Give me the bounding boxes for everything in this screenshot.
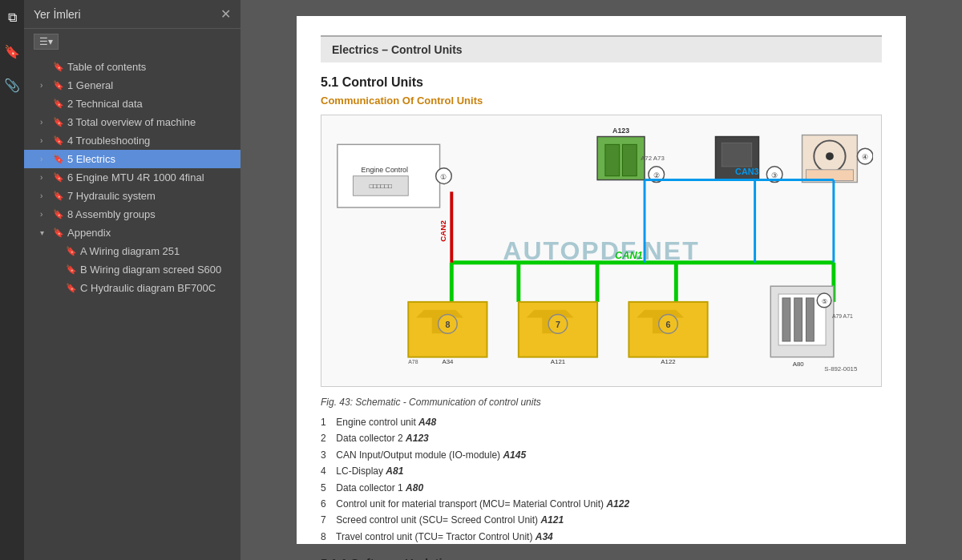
paperclip-icon[interactable]: 📎 [2,75,22,95]
sidebar-item-label: B Wiring diagram screed S600 [80,264,234,276]
page: Electrics – Control Units 5.1 Control Un… [297,16,906,544]
svg-point-19 [826,152,834,160]
sidebar-item-label: 6 Engine MTU 4R 1000 4final [67,171,234,183]
sidebar: Yer İmleri ✕ ☰▾ 🔖 Table of contents › 🔖 … [24,0,240,560]
sidebar-item-appendix[interactable]: ▾ 🔖 Appendix [24,224,240,242]
svg-text:7: 7 [556,320,560,329]
svg-text:⑤: ⑤ [822,298,827,305]
legend-item-8: 8 Travel control unit (TCU= Tractor Cont… [321,529,882,545]
chevron-down-icon: ▾ [40,228,51,237]
sidebar-item-hydraulicC[interactable]: 🔖 C Hydraulic diagram BF700C [24,279,240,297]
legend-item-5: 5 Data collector 1 A80 [321,480,882,496]
sidebar-item-technical[interactable]: 🔖 2 Technical data [24,95,240,113]
svg-text:Engine Control: Engine Control [362,166,408,174]
sidebar-item-label: 2 Technical data [67,98,234,110]
bookmark-icon: 🔖 [53,172,64,183]
svg-text:A122: A122 [661,358,675,365]
svg-rect-6 [597,137,645,180]
close-button[interactable]: ✕ [220,6,231,22]
svg-text:④: ④ [862,153,868,161]
sidebar-item-wiring251[interactable]: 🔖 A Wiring diagram 251 [24,242,240,260]
section-title-2: 5.1.1 Software Updating [321,556,882,560]
svg-rect-56 [782,298,790,341]
sidebar-item-electrics[interactable]: › 🔖 5 Electrics [24,150,240,168]
svg-text:6: 6 [666,320,671,329]
sidebar-item-assembly[interactable]: › 🔖 8 Assembly groups [24,205,240,224]
view-mode-button[interactable]: ☰▾ [34,34,59,50]
svg-rect-57 [794,298,802,341]
chevron-icon: › [40,191,51,200]
bookmark-icon: 🔖 [53,191,64,201]
svg-text:CAN2: CAN2 [439,220,447,242]
chevron-icon: › [40,118,51,127]
bookmark-icon: 🔖 [66,246,77,256]
svg-rect-58 [806,298,814,341]
legend-item-3: 3 CAN Input/Output module (IO-module) A1… [321,447,882,463]
sidebar-header: Yer İmleri ✕ [24,0,240,29]
sidebar-item-hydraulic[interactable]: › 🔖 7 Hydraulic system [24,187,240,205]
svg-text:A123: A123 [612,127,629,135]
layers-icon[interactable]: ⧉ [2,8,22,27]
sidebar-item-general[interactable]: › 🔖 1 General [24,76,240,95]
svg-text:A34: A34 [442,358,454,365]
fig-caption: Fig. 43: Schematic - Communication of co… [321,397,882,408]
sidebar-item-overview[interactable]: › 🔖 3 Total overview of machine [24,113,240,131]
section-title: 5.1 Control Units [321,75,882,90]
svg-text:8: 8 [445,320,450,329]
legend-item-7: 7 Screed control unit (SCU= Screed Contr… [321,512,882,528]
page-header: Electrics – Control Units [321,35,882,62]
svg-text:A79 A71: A79 A71 [832,313,853,319]
svg-text:②: ② [653,171,660,179]
svg-text:①: ① [440,173,447,181]
sidebar-item-toc[interactable]: 🔖 Table of contents [24,58,240,76]
bookmark-icon: 🔖 [53,117,64,127]
can-diagram-svg: Engine Control □□□□□□ ① A123 A72 A73 ② ③ [329,123,873,378]
svg-rect-14 [722,143,751,166]
bookmark-panel-icon[interactable]: 🔖 [2,42,22,61]
sidebar-item-label: 1 General [67,79,234,91]
svg-text:A121: A121 [551,358,565,365]
sidebar-item-troubleshooting[interactable]: › 🔖 4 Troubleshooting [24,131,240,150]
section-subtitle: Communication Of Control Units [321,95,882,107]
sidebar-item-label: 7 Hydraulic system [67,190,234,202]
svg-text:A80: A80 [793,361,805,368]
legend-item-1: 1 Engine control unit A48 [321,414,882,430]
sidebar-item-label: Table of contents [67,61,234,73]
sidebar-item-label: 8 Assembly groups [67,208,234,220]
chevron-icon: › [40,136,51,145]
svg-text:A72 A73: A72 A73 [641,155,665,162]
sidebar-item-engine[interactable]: › 🔖 6 Engine MTU 4R 1000 4final [24,168,240,187]
sidebar-item-label: 5 Electrics [67,153,234,165]
svg-text:S-892-0015: S-892-0015 [824,365,858,373]
legend-list: 1 Engine control unit A48 2 Data collect… [321,414,882,545]
sidebar-toolbar: ☰▾ [24,29,240,54]
bookmark-icon: 🔖 [66,283,77,293]
bookmark-icon: 🔖 [53,99,64,109]
svg-text:□□□□□□: □□□□□□ [370,183,393,190]
sidebar-title: Yer İmleri [34,8,81,21]
sidebar-item-label: 3 Total overview of machine [67,116,234,128]
chevron-icon: › [40,210,51,219]
bookmark-icon: 🔖 [53,228,64,238]
legend-item-4: 4 LC-Display A81 [321,463,882,479]
svg-rect-9 [623,144,637,175]
chevron-icon: › [40,81,51,90]
svg-text:CAN3: CAN3 [735,167,758,176]
left-toolbar: ⧉ 🔖 📎 [0,0,24,560]
diagram-box: AUTOPDF.NET Engine Control □□□□□□ ① A123… [321,115,882,387]
chevron-icon: › [40,173,51,182]
bookmark-icon: 🔖 [53,135,64,146]
bookmark-icon: 🔖 [53,80,64,91]
bookmark-icon: 🔖 [66,264,77,275]
svg-text:A78: A78 [408,359,418,365]
sidebar-item-label: 4 Troubleshooting [67,135,234,147]
svg-rect-8 [605,144,620,175]
legend-item-2: 2 Data collector 2 A123 [321,430,882,446]
main-content: Electrics – Control Units 5.1 Control Un… [240,0,962,560]
sidebar-item-label: C Hydraulic diagram BF700C [80,282,234,294]
sidebar-item-label: A Wiring diagram 251 [80,245,234,257]
sidebar-tree: 🔖 Table of contents › 🔖 1 General 🔖 2 Te… [24,54,240,560]
legend-item-6: 6 Control unit for material transport (M… [321,496,882,512]
svg-text:CAN1: CAN1 [615,249,643,261]
sidebar-item-wiringS600[interactable]: 🔖 B Wiring diagram screed S600 [24,260,240,279]
